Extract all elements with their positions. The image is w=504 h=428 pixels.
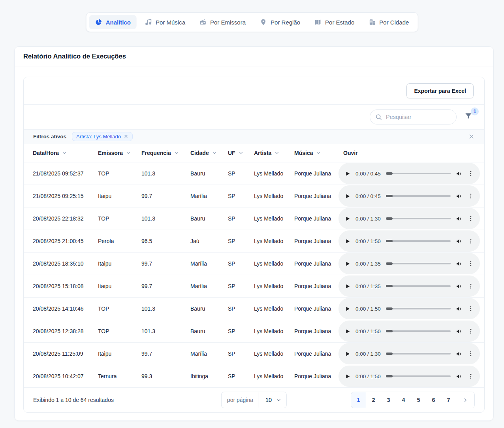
cell-city: Marília — [190, 351, 228, 357]
audio-player[interactable]: 0:00 / 1:50 — [339, 321, 480, 342]
cell-song: Porque Juliana — [294, 283, 339, 289]
player-seekbar[interactable] — [386, 308, 451, 309]
player-seekbar[interactable] — [386, 173, 451, 174]
player-menu-icon[interactable] — [468, 170, 474, 177]
player-menu-icon[interactable] — [468, 328, 474, 334]
player-menu-icon[interactable] — [468, 351, 474, 357]
audio-player[interactable]: 0:00 / 1:50 — [339, 366, 480, 387]
page-button-4[interactable]: 4 — [396, 392, 411, 408]
play-icon[interactable] — [344, 306, 350, 312]
player-seekbar[interactable] — [386, 240, 451, 242]
player-seekbar[interactable] — [386, 218, 451, 219]
tab-por-emissora[interactable]: Por Emissora — [194, 15, 252, 29]
column-header-emissora[interactable]: Emissora — [98, 150, 141, 156]
play-icon[interactable] — [344, 216, 350, 222]
player-menu-icon[interactable] — [468, 283, 474, 289]
page-button-6[interactable]: 6 — [426, 392, 441, 408]
filter-button[interactable]: 1 — [463, 112, 474, 122]
player-menu-icon[interactable] — [468, 215, 474, 222]
cell-datetime: 20/08/2025 15:18:08 — [33, 283, 98, 289]
tab-por-musica[interactable]: Por Música — [139, 15, 191, 29]
page-button-2[interactable]: 2 — [366, 392, 381, 408]
player-playhead[interactable] — [386, 240, 393, 242]
audio-player[interactable]: 0:00 / 1:35 — [339, 253, 480, 274]
player-menu-icon[interactable] — [468, 305, 474, 312]
search-input[interactable] — [370, 109, 457, 124]
player-playhead[interactable] — [386, 353, 393, 355]
cell-song: Porque Juliana — [294, 328, 339, 334]
remove-filter-icon[interactable] — [124, 134, 128, 139]
player-playhead[interactable] — [386, 330, 393, 332]
player-menu-icon[interactable] — [468, 260, 474, 267]
player-playhead[interactable] — [386, 262, 393, 265]
column-header-cidade[interactable]: Cidade — [190, 150, 228, 156]
audio-player[interactable]: 0:00 / 0:45 — [339, 185, 480, 207]
page-button-3[interactable]: 3 — [381, 392, 396, 408]
audio-player[interactable]: 0:00 / 1:35 — [339, 275, 480, 297]
tab-por-cidade[interactable]: Por Cidade — [363, 15, 415, 29]
audio-player[interactable]: 0:00 / 1:50 — [339, 298, 480, 319]
column-header-musica[interactable]: Música — [294, 150, 339, 156]
volume-icon[interactable] — [456, 193, 463, 200]
tab-por-regiao[interactable]: Por Região — [254, 15, 306, 29]
volume-icon[interactable] — [456, 373, 463, 380]
player-seekbar[interactable] — [386, 330, 451, 332]
column-header-uf[interactable]: UF — [228, 150, 254, 156]
cell-frequency: 99.7 — [141, 193, 190, 199]
player-menu-icon[interactable] — [468, 193, 474, 199]
player-playhead[interactable] — [386, 375, 393, 377]
cell-uf: SP — [228, 305, 254, 312]
tab-por-estado[interactable]: Por Estado — [308, 15, 360, 29]
play-icon[interactable] — [344, 171, 350, 177]
volume-icon[interactable] — [456, 283, 463, 290]
column-header-frequencia[interactable]: Frequencia — [141, 150, 190, 156]
player-playhead[interactable] — [386, 217, 393, 220]
player-menu-icon[interactable] — [468, 238, 474, 244]
player-seekbar[interactable] — [386, 195, 451, 197]
per-page-select[interactable]: por página 10 — [221, 392, 287, 408]
page-button-7[interactable]: 7 — [441, 392, 456, 408]
player-playhead[interactable] — [386, 307, 393, 310]
play-icon[interactable] — [344, 193, 350, 199]
player-playhead[interactable] — [386, 285, 393, 287]
volume-icon[interactable] — [456, 305, 463, 312]
cell-player: 0:00 / 1:35 — [339, 253, 484, 274]
page-button-1[interactable]: 1 — [351, 392, 366, 408]
cell-song: Porque Juliana — [294, 260, 339, 267]
column-header-data-hora[interactable]: Data/Hora — [33, 150, 98, 156]
player-seekbar[interactable] — [386, 353, 451, 354]
column-header-artista[interactable]: Artista — [254, 150, 294, 156]
audio-player[interactable]: 0:00 / 0:45 — [339, 163, 480, 184]
play-icon[interactable] — [344, 261, 350, 267]
filter-chip[interactable]: Artista: Lys Mellado — [72, 132, 133, 141]
clear-filters-button[interactable] — [468, 133, 475, 140]
audio-player[interactable]: 0:00 / 1:30 — [339, 208, 480, 229]
volume-icon[interactable] — [456, 351, 463, 357]
audio-player[interactable]: 0:00 / 1:30 — [339, 343, 480, 364]
play-icon[interactable] — [344, 351, 350, 357]
player-playhead[interactable] — [386, 195, 393, 197]
volume-icon[interactable] — [456, 215, 463, 222]
player-time: 0:00 / 0:45 — [355, 171, 381, 177]
export-excel-button[interactable]: Exportar para Excel — [406, 83, 474, 98]
tab-analitico[interactable]: Analítico — [89, 15, 137, 29]
player-seekbar[interactable] — [386, 263, 451, 264]
page-button-5[interactable]: 5 — [411, 392, 426, 408]
player-seekbar[interactable] — [386, 375, 451, 377]
next-page-button[interactable] — [456, 392, 474, 408]
volume-icon[interactable] — [456, 238, 463, 245]
tab-label: Por Cidade — [379, 19, 409, 26]
audio-player[interactable]: 0:00 / 1:50 — [339, 230, 480, 252]
play-icon[interactable] — [344, 328, 350, 334]
player-seekbar[interactable] — [386, 285, 451, 287]
play-icon[interactable] — [344, 283, 350, 289]
pagination: 1234567 — [351, 392, 475, 408]
volume-icon[interactable] — [456, 260, 463, 267]
volume-icon[interactable] — [456, 328, 463, 335]
cell-player: 0:00 / 1:30 — [339, 208, 484, 229]
player-playhead[interactable] — [386, 172, 393, 175]
play-icon[interactable] — [344, 373, 350, 379]
play-icon[interactable] — [344, 238, 350, 244]
player-menu-icon[interactable] — [468, 373, 474, 379]
volume-icon[interactable] — [456, 170, 463, 177]
